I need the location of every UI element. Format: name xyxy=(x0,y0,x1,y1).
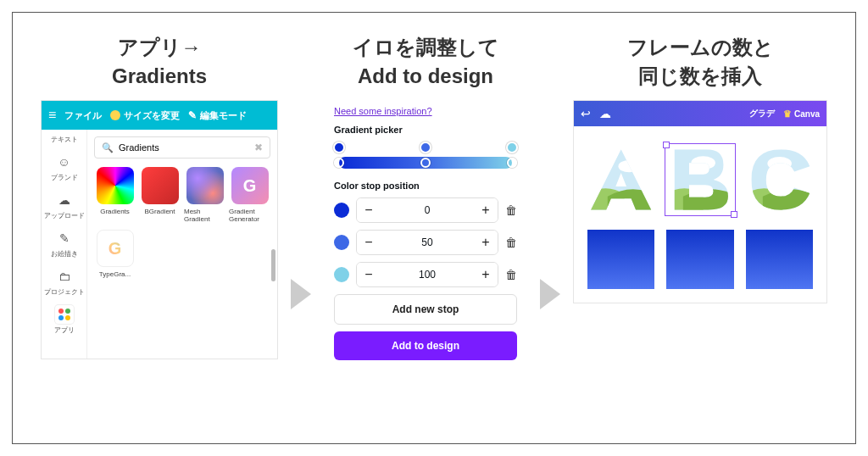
doc-title[interactable]: グラデ xyxy=(749,108,775,120)
plus-button[interactable]: + xyxy=(474,198,498,222)
crown-icon xyxy=(110,110,120,120)
cloud-icon: ☁ xyxy=(599,107,611,120)
color-stop-row: − 50 + 🗑 xyxy=(334,230,517,255)
gradient-picker[interactable] xyxy=(334,142,517,169)
svg-point-3 xyxy=(692,156,716,170)
cloud-upload-icon: ☁ xyxy=(55,191,74,209)
gradient-bar-handle[interactable] xyxy=(507,158,517,168)
app-tile-gradients[interactable]: Gradients xyxy=(94,167,136,223)
sidebar-item-apps[interactable]: アプリ xyxy=(54,305,75,335)
edit-mode-button[interactable]: ✎ 編集モード xyxy=(188,109,247,122)
resize-button[interactable]: サイズを変更 xyxy=(110,109,180,122)
gradient-square[interactable] xyxy=(666,230,733,289)
canva-pro-button[interactable]: ♛ Canva xyxy=(783,108,820,120)
canva-topbar: ≡ ファイル サイズを変更 ✎ 編集モード xyxy=(42,101,277,130)
frame-letter-c[interactable] xyxy=(746,145,813,214)
picker-stop-handle[interactable] xyxy=(333,142,345,153)
scrollbar-thumb[interactable] xyxy=(271,249,275,281)
sidebar-item-text[interactable]: テキスト xyxy=(51,135,78,144)
add-to-design-button[interactable]: Add to design xyxy=(334,331,517,360)
hamburger-icon[interactable]: ≡ xyxy=(48,108,56,123)
inspiration-link[interactable]: Need some inspiration? xyxy=(334,106,432,116)
plus-button[interactable]: + xyxy=(474,263,498,286)
app-tile-typegra[interactable]: TypeGra... xyxy=(94,230,136,278)
stop-position-stepper[interactable]: − 100 + xyxy=(356,262,498,287)
stop-value: 50 xyxy=(381,236,474,248)
add-new-stop-button[interactable]: Add new stop xyxy=(334,294,517,325)
minus-button[interactable]: − xyxy=(357,198,381,222)
frame-letter-a[interactable] xyxy=(587,145,654,214)
gradient-square[interactable] xyxy=(587,230,654,289)
apps-icon xyxy=(55,305,74,324)
app-tile-bgradient[interactable]: BGradient xyxy=(139,167,181,223)
crown-icon: ♛ xyxy=(783,108,792,119)
picker-stop-handle[interactable] xyxy=(420,142,431,153)
file-menu[interactable]: ファイル xyxy=(64,109,102,122)
gradient-bar-handle[interactable] xyxy=(334,158,344,168)
brand-icon: ☺ xyxy=(55,153,74,171)
minus-button[interactable]: − xyxy=(357,231,381,254)
stop-swatch[interactable] xyxy=(334,267,349,282)
gradient-bar[interactable] xyxy=(339,157,512,169)
arrow-icon xyxy=(291,279,311,313)
heading-3: フレームの数と 同じ数を挿入 xyxy=(627,33,774,90)
stop-value: 100 xyxy=(381,269,474,281)
pencil-icon: ✎ xyxy=(188,109,197,121)
frame-letter-b-selected[interactable] xyxy=(666,145,733,214)
gradient-bar-handle[interactable] xyxy=(420,158,431,168)
trash-icon[interactable]: 🗑 xyxy=(505,236,517,249)
plus-button[interactable]: + xyxy=(474,231,498,254)
gradient-square[interactable] xyxy=(746,230,813,289)
clear-icon[interactable]: ✖ xyxy=(254,142,263,153)
stop-swatch[interactable] xyxy=(334,203,349,218)
stop-swatch[interactable] xyxy=(334,235,349,250)
color-stop-label: Color stop position xyxy=(334,181,517,191)
design-canvas[interactable] xyxy=(574,126,826,303)
arrow-icon xyxy=(540,279,560,313)
app-search[interactable]: 🔍 ✖ xyxy=(94,136,270,158)
trash-icon[interactable]: 🗑 xyxy=(505,268,517,281)
stop-position-stepper[interactable]: − 0 + xyxy=(356,197,498,223)
canvas-topbar: ↩ ☁ グラデ ♛ Canva xyxy=(574,101,826,126)
app-tile-generator[interactable]: Gradient Generator xyxy=(229,167,270,223)
heading-2: イロを調整して Add to design xyxy=(353,33,499,90)
svg-point-1 xyxy=(618,160,639,172)
trash-icon[interactable]: 🗑 xyxy=(505,203,517,217)
color-stop-row: − 100 + 🗑 xyxy=(334,262,517,287)
left-rail: テキスト ☺ブランド ☁アップロード ✎お絵描き 🗀プロジェクト アプリ xyxy=(42,130,87,359)
sidebar-item-brand[interactable]: ☺ブランド xyxy=(51,153,78,182)
sidebar-item-upload[interactable]: ☁アップロード xyxy=(44,191,85,220)
gradient-picker-label: Gradient picker xyxy=(334,125,517,135)
panel-canvas: ↩ ☁ グラデ ♛ Canva xyxy=(573,100,827,303)
app-tile-mesh[interactable]: Mesh Gradient xyxy=(184,167,225,223)
color-stop-row: − 0 + 🗑 xyxy=(334,197,517,223)
panel-apps: ≡ ファイル サイズを変更 ✎ 編集モード テキスト ☺ブランド ☁アップロード… xyxy=(41,100,278,359)
back-icon[interactable]: ↩ xyxy=(581,107,591,120)
minus-button[interactable]: − xyxy=(357,263,381,286)
search-icon: 🔍 xyxy=(102,142,114,153)
panel-gradient-controls: Need some inspiration? Gradient picker C… xyxy=(324,100,527,370)
stop-value: 0 xyxy=(381,204,474,216)
picker-stop-handle[interactable] xyxy=(506,142,518,153)
sidebar-item-draw[interactable]: ✎お絵描き xyxy=(51,229,78,259)
heading-1: アプリ→ Gradients xyxy=(112,33,207,90)
folder-icon: 🗀 xyxy=(55,267,74,286)
sidebar-item-project[interactable]: 🗀プロジェクト xyxy=(44,267,85,297)
svg-point-5 xyxy=(767,157,792,170)
pencil-icon: ✎ xyxy=(55,229,74,247)
search-input[interactable] xyxy=(119,142,249,153)
stop-position-stepper[interactable]: − 50 + xyxy=(356,230,498,255)
